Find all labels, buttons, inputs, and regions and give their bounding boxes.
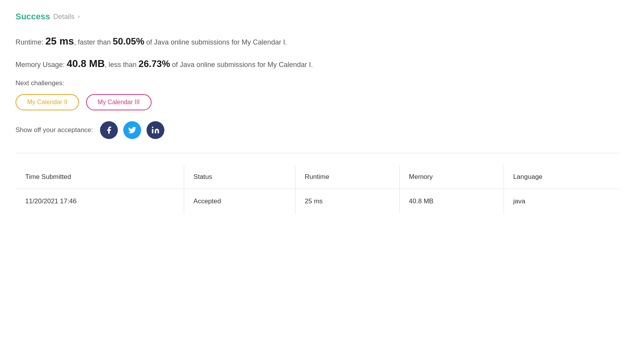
linkedin-icon — [151, 126, 160, 134]
cell-runtime: 25 ms — [295, 189, 400, 214]
facebook-icon — [105, 126, 113, 134]
runtime-pct: 50.05% — [113, 36, 144, 46]
runtime-line: Runtime: 25 ms, faster than 50.05% of Ja… — [16, 33, 619, 50]
twitter-button[interactable] — [123, 121, 141, 139]
social-icons — [100, 121, 164, 139]
challenge-buttons: My Calendar II My Calendar III — [16, 94, 619, 110]
next-challenges-label: Next challenges: — [16, 79, 619, 87]
cell-time: 11/20/2021 17:46 — [16, 189, 184, 214]
twitter-icon — [128, 126, 136, 134]
section-divider — [16, 153, 619, 153]
col-runtime: Runtime — [295, 165, 400, 189]
memory-prefix: Memory Usage: — [16, 61, 67, 69]
runtime-suffix: of Java online submissions for My Calend… — [144, 38, 287, 46]
memory-line: Memory Usage: 40.8 MB, less than 26.73% … — [16, 56, 619, 72]
table-header-row: Time Submitted Status Runtime Memory Lan… — [16, 165, 619, 189]
col-time-submitted: Time Submitted — [16, 165, 184, 189]
submissions-table: Time Submitted Status Runtime Memory Lan… — [16, 165, 619, 214]
facebook-button[interactable] — [100, 121, 118, 139]
breadcrumb: Success Details › — [16, 12, 619, 22]
memory-value: 40.8 MB — [67, 58, 105, 69]
runtime-prefix: Runtime: — [16, 38, 45, 46]
col-status: Status — [184, 165, 295, 189]
col-memory: Memory — [399, 165, 504, 189]
runtime-middle: , faster than — [74, 38, 113, 46]
share-row: Show off your acceptance: — [16, 121, 619, 139]
share-label: Show off your acceptance: — [16, 126, 93, 134]
table-row: 11/20/2021 17:46Accepted25 ms40.8 MBjava — [16, 189, 619, 214]
runtime-value: 25 ms — [45, 35, 74, 47]
col-language: Language — [504, 165, 619, 189]
chevron-icon: › — [78, 13, 79, 20]
calendar-2-button[interactable]: My Calendar II — [16, 94, 79, 110]
details-link[interactable]: Details — [53, 13, 74, 21]
cell-language: java — [504, 189, 619, 214]
cell-memory: 40.8 MB — [399, 189, 504, 214]
success-label: Success — [16, 12, 50, 22]
cell-status: Accepted — [184, 189, 295, 214]
svg-point-0 — [152, 127, 154, 128]
stats-section: Runtime: 25 ms, faster than 50.05% of Ja… — [16, 33, 619, 72]
memory-middle: , less than — [105, 61, 138, 69]
memory-pct: 26.73% — [138, 58, 170, 69]
calendar-3-button[interactable]: My Calendar III — [86, 94, 151, 110]
memory-suffix: of Java online submissions for My Calend… — [170, 61, 313, 69]
linkedin-button[interactable] — [147, 121, 164, 139]
